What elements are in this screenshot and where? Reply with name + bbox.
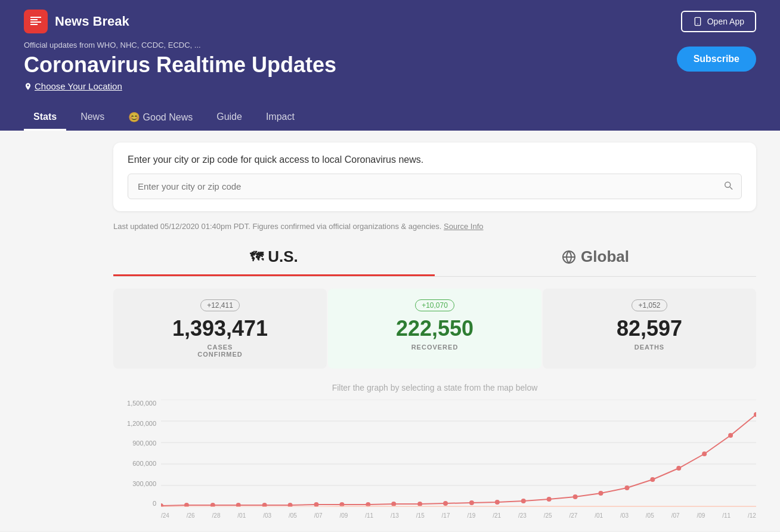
svg-point-21 [443,501,448,506]
subscribe-button[interactable]: Subscribe [677,47,756,72]
svg-point-13 [236,503,241,507]
cases-label: CASESCONFIRMED [125,344,315,358]
tab-news[interactable]: News [71,106,114,131]
page-title: Coronavirus Realtime Updates [24,52,336,78]
svg-point-16 [314,502,318,507]
deaths-badge: +1,052 [632,299,667,311]
svg-point-12 [211,503,215,507]
svg-point-30 [676,466,681,471]
search-input[interactable] [128,174,742,199]
chart-x-labels: /24 /26 /28 /01 /03 /05 /07 /09 /11 /13 … [161,512,756,519]
svg-point-26 [573,494,578,499]
svg-point-23 [495,500,500,505]
chart-container: 1,500,000 1,200,000 900,000 600,000 300,… [119,400,756,519]
svg-point-29 [650,477,655,482]
search-input-wrap [128,174,742,199]
svg-point-28 [624,485,629,490]
open-app-button[interactable]: Open App [681,11,756,32]
search-icon-button[interactable] [723,180,733,193]
recovered-card: +10,070 222,550 RECOVERED [328,289,541,369]
svg-point-22 [469,500,474,505]
us-map-icon: 🗺 [250,249,263,265]
svg-point-15 [288,503,293,507]
tab-impact[interactable]: Impact [256,106,304,131]
tab-good-news[interactable]: 😊 Good News [119,106,202,131]
cases-badge: +12,411 [200,299,240,311]
cases-number: 1,393,471 [125,316,315,341]
svg-point-14 [262,503,267,507]
tab-stats[interactable]: Stats [24,106,66,131]
header: News Break Open App Official updates fro… [0,0,780,131]
deaths-label: DEATHS [555,344,744,351]
svg-point-20 [417,502,422,506]
location-search-box: Enter your city or zip code for quick ac… [113,143,756,211]
svg-point-11 [184,503,189,507]
svg-point-24 [521,499,526,503]
nav-tabs: Stats News 😊 Good News Guide Impact [24,106,756,131]
choose-location-link[interactable]: Choose Your Location [24,81,336,91]
region-tabs: 🗺 U.S. Global [113,239,756,277]
deaths-number: 82,597 [555,316,744,341]
us-tab[interactable]: 🗺 U.S. [113,239,435,276]
cases-card: +12,411 1,393,471 CASESCONFIRMED [113,289,327,369]
svg-rect-0 [695,17,700,25]
svg-point-25 [547,497,552,502]
svg-point-19 [391,502,396,506]
location-box-description: Enter your city or zip code for quick ac… [128,154,742,165]
svg-point-10 [161,503,163,507]
svg-point-31 [702,451,707,456]
svg-point-32 [728,433,733,438]
global-tab[interactable]: Global [435,239,756,276]
recovered-label: RECOVERED [340,344,530,351]
svg-point-27 [599,491,603,496]
chart-y-labels: 1,500,000 1,200,000 900,000 600,000 300,… [119,400,161,507]
deaths-card: +1,052 82,597 DEATHS [543,289,756,369]
tab-guide[interactable]: Guide [207,106,252,131]
logo-text: News Break [55,14,129,29]
news-break-logo-icon [24,10,48,33]
chart-svg [161,400,756,507]
main-content: Enter your city or zip code for quick ac… [0,131,780,531]
recovered-number: 222,550 [340,316,530,341]
header-subtitle: Official updates from WHO, NHC, CCDC, EC… [24,41,336,50]
recovered-badge: +10,070 [415,299,454,311]
source-info-link[interactable]: Source Info [444,222,484,231]
stats-row: +12,411 1,393,471 CASESCONFIRMED +10,070… [113,289,756,369]
updated-info: Last updated 05/12/2020 01:40pm PDT. Fig… [113,222,756,231]
chart-filter-text: Filter the graph by selecting a state fr… [113,383,756,392]
logo-area: News Break [24,10,129,33]
